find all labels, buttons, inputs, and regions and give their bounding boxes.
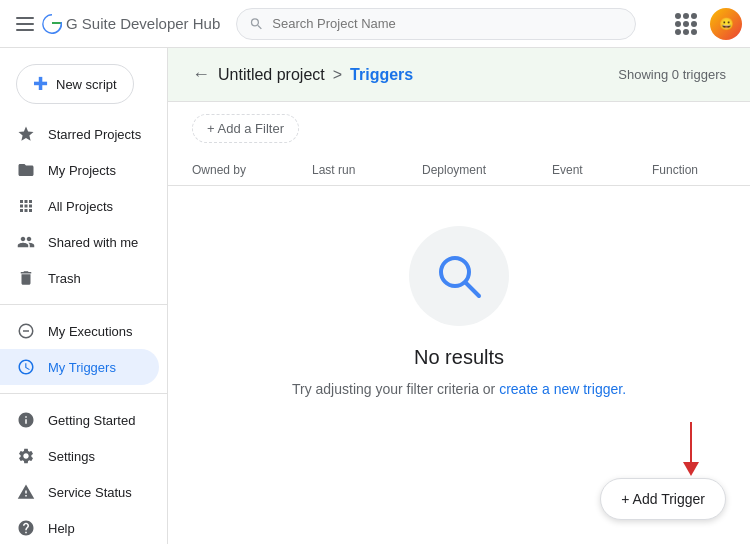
col-owned-by: Owned by <box>192 163 312 177</box>
trash-icon <box>16 268 36 288</box>
col-deployment: Deployment <box>422 163 552 177</box>
folder-icon <box>16 160 36 180</box>
sidebar-item-label: Starred Projects <box>48 127 141 142</box>
search-bar[interactable] <box>236 8 636 40</box>
svg-line-3 <box>466 283 480 297</box>
empty-state: No results Try adjusting your filter cri… <box>168 186 750 437</box>
sidebar-item-trash[interactable]: Trash <box>0 260 159 296</box>
sidebar-item-settings[interactable]: Settings <box>0 438 159 474</box>
search-input[interactable] <box>272 16 623 31</box>
sidebar-item-label: My Projects <box>48 163 116 178</box>
no-results-illustration <box>409 226 509 326</box>
warning-icon <box>16 482 36 502</box>
sidebar: ✚ New script Starred Projects My Project… <box>0 48 168 544</box>
add-filter-button[interactable]: + Add a Filter <box>192 114 299 143</box>
sidebar-item-executions[interactable]: My Executions <box>0 313 159 349</box>
sidebar-item-my-projects[interactable]: My Projects <box>0 152 159 188</box>
breadcrumb-header: ← Untitled project > Triggers Showing 0 … <box>168 48 750 102</box>
col-event: Event <box>552 163 652 177</box>
help-icon <box>16 518 36 538</box>
no-results-title: No results <box>414 346 504 369</box>
sidebar-item-triggers[interactable]: My Triggers <box>0 349 159 385</box>
add-trigger-button[interactable]: + Add Trigger <box>600 478 726 520</box>
avatar[interactable]: 😀 <box>710 8 742 40</box>
clock-icon <box>16 357 36 377</box>
arrow-indicator <box>683 422 699 476</box>
new-script-label: New script <box>56 77 117 92</box>
topnav: G Suite Developer Hub 😀 <box>0 0 750 48</box>
sidebar-item-label: My Executions <box>48 324 133 339</box>
magnifier-icon <box>431 248 487 304</box>
executions-icon <box>16 321 36 341</box>
star-icon <box>16 124 36 144</box>
filter-bar: + Add a Filter <box>168 102 750 155</box>
sidebar-item-help[interactable]: Help <box>0 510 159 544</box>
topnav-right: 😀 <box>670 8 742 40</box>
sidebar-item-service-status[interactable]: Service Status <box>0 474 159 510</box>
sidebar-item-label: All Projects <box>48 199 113 214</box>
logo-text: G Suite Developer Hub <box>66 15 220 32</box>
search-icon <box>249 16 264 32</box>
g-logo-icon <box>42 14 62 34</box>
sidebar-item-starred[interactable]: Starred Projects <box>0 116 159 152</box>
new-script-button[interactable]: ✚ New script <box>16 64 134 104</box>
sidebar-divider <box>0 304 167 305</box>
sidebar-item-getting-started[interactable]: Getting Started <box>0 402 159 438</box>
arrow-head <box>683 462 699 476</box>
sidebar-divider-2 <box>0 393 167 394</box>
plus-icon: ✚ <box>33 73 48 95</box>
sidebar-item-label: Shared with me <box>48 235 138 250</box>
add-trigger-label: + Add Trigger <box>621 491 705 507</box>
back-arrow[interactable]: ← <box>192 64 210 85</box>
sidebar-item-shared[interactable]: Shared with me <box>0 224 159 260</box>
apps-icon[interactable] <box>670 8 702 40</box>
sidebar-item-all-projects[interactable]: All Projects <box>0 188 159 224</box>
people-icon <box>16 232 36 252</box>
breadcrumb-project[interactable]: Untitled project <box>218 66 325 84</box>
sidebar-item-label: Trash <box>48 271 81 286</box>
info-icon <box>16 410 36 430</box>
arrow-line <box>690 422 692 462</box>
col-last-run: Last run <box>312 163 422 177</box>
gear-icon <box>16 446 36 466</box>
sidebar-item-label: My Triggers <box>48 360 116 375</box>
no-results-subtitle: Try adjusting your filter criteria or cr… <box>292 381 626 397</box>
create-trigger-link[interactable]: create a new trigger. <box>499 381 626 397</box>
menu-icon[interactable] <box>8 9 42 39</box>
add-filter-label: + Add a Filter <box>207 121 284 136</box>
sidebar-item-label: Service Status <box>48 485 132 500</box>
grid-icon <box>16 196 36 216</box>
table-header: Owned by Last run Deployment Event Funct… <box>168 155 750 186</box>
sidebar-item-label: Getting Started <box>48 413 135 428</box>
trigger-count-label: Showing 0 triggers <box>618 67 726 82</box>
sidebar-item-label: Help <box>48 521 75 536</box>
col-function: Function <box>652 163 750 177</box>
main-content: ← Untitled project > Triggers Showing 0 … <box>168 48 750 437</box>
app-logo: G Suite Developer Hub <box>42 14 220 34</box>
breadcrumb-separator: > <box>333 66 342 84</box>
breadcrumb-current: Triggers <box>350 66 413 84</box>
sidebar-item-label: Settings <box>48 449 95 464</box>
